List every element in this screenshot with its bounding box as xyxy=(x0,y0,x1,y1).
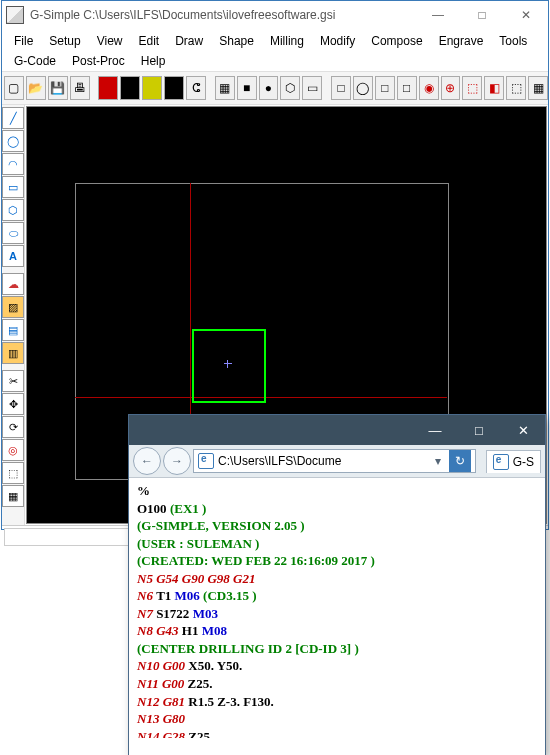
tb-h-icon[interactable]: ◧ xyxy=(484,76,504,100)
gcode-line: N10 G00 X50. Y50. xyxy=(137,657,537,675)
gcode-token: N14 xyxy=(137,729,163,738)
st-hatch1-icon[interactable]: ▨ xyxy=(2,296,24,318)
st-target-icon[interactable]: ◎ xyxy=(2,439,24,461)
st-hex-icon[interactable]: ⬡ xyxy=(2,199,24,221)
tb-new-icon[interactable]: ▢ xyxy=(4,76,24,100)
st-grid-icon[interactable]: ▦ xyxy=(2,485,24,507)
st-scissors-icon[interactable]: ✂ xyxy=(2,370,24,392)
ie-titlebar: — □ ✕ xyxy=(129,415,545,445)
gcode-token: (CD3.15 ) xyxy=(203,588,256,603)
nav-back-button[interactable]: ← xyxy=(133,447,161,475)
gcode-token: H1 xyxy=(182,623,202,638)
refresh-button[interactable]: ↻ xyxy=(449,450,471,472)
tb-black1-icon[interactable] xyxy=(120,76,140,100)
st-hatch3-icon[interactable]: ▥ xyxy=(2,342,24,364)
st-rotate-icon[interactable]: ⟳ xyxy=(2,416,24,438)
menu-milling[interactable]: Milling xyxy=(262,31,312,51)
tb-c-icon[interactable]: □ xyxy=(375,76,395,100)
st-move-icon[interactable]: ✥ xyxy=(2,393,24,415)
tb-a-icon[interactable]: □ xyxy=(331,76,351,100)
tb-open-icon[interactable]: 📂 xyxy=(26,76,46,100)
st-line-icon[interactable]: ╱ xyxy=(2,107,24,129)
menu-postproc[interactable]: Post-Proc xyxy=(64,51,133,71)
tb-save-icon[interactable]: 💾 xyxy=(48,76,68,100)
menu-shape[interactable]: Shape xyxy=(211,31,262,51)
tb-e-icon[interactable]: ◉ xyxy=(419,76,439,100)
tb-square-icon[interactable]: ■ xyxy=(237,76,257,100)
gcode-token: N8 xyxy=(137,623,156,638)
menu-draw[interactable]: Draw xyxy=(167,31,211,51)
ie-addressbar-row: ← → C:\Users\ILFS\Docume ▾ ↻ G-S xyxy=(129,445,545,478)
ie-maximize-button[interactable]: □ xyxy=(457,415,501,445)
address-box[interactable]: C:\Users\ILFS\Docume ▾ ↻ xyxy=(193,449,476,473)
tb-circle-icon[interactable]: ● xyxy=(259,76,279,100)
gcode-content[interactable]: %O100 (EX1 )(G-SIMPLE, VERSION 2.05 )(US… xyxy=(129,478,545,738)
st-text-icon[interactable]: A xyxy=(2,245,24,267)
gcode-token: G28 xyxy=(163,729,189,738)
st-ellipse-icon[interactable]: ⬭ xyxy=(2,222,24,244)
ie-tab-label: G-S xyxy=(513,455,534,469)
address-text: C:\Users\ILFS\Docume xyxy=(218,454,427,468)
tb-i-icon[interactable]: ⬚ xyxy=(506,76,526,100)
tb-yellow-icon[interactable] xyxy=(142,76,162,100)
menu-engrave[interactable]: Engrave xyxy=(431,31,492,51)
st-arc-icon[interactable]: ◠ xyxy=(2,153,24,175)
ie-tab[interactable]: G-S xyxy=(486,450,541,473)
gcode-token: (EX1 ) xyxy=(170,501,206,516)
maximize-button[interactable]: □ xyxy=(460,1,504,29)
tb-grid-icon[interactable]: ▦ xyxy=(215,76,235,100)
menu-compose[interactable]: Compose xyxy=(363,31,430,51)
gcode-token: N13 xyxy=(137,711,163,726)
tb-tool-icon[interactable]: ⵛ xyxy=(186,76,206,100)
nav-forward-button[interactable]: → xyxy=(163,447,191,475)
tb-rect-icon[interactable]: ▭ xyxy=(302,76,322,100)
tb-black2-icon[interactable] xyxy=(164,76,184,100)
menu-help[interactable]: Help xyxy=(133,51,174,71)
gcode-token: X50. Y50. xyxy=(188,658,242,673)
gcode-line: (G-SIMPLE, VERSION 2.05 ) xyxy=(137,517,537,535)
gcode-line: (CREATED: WED FEB 22 16:16:09 2017 ) xyxy=(137,552,537,570)
menu-file[interactable]: File xyxy=(6,31,41,51)
gcode-token: G80 xyxy=(163,711,185,726)
tb-j-icon[interactable]: ▦ xyxy=(528,76,548,100)
address-dropdown-icon[interactable]: ▾ xyxy=(431,454,445,468)
gcode-token: N7 xyxy=(137,606,156,621)
gcode-token: R1.5 Z-3. F130. xyxy=(188,694,274,709)
gcode-token: O100 xyxy=(137,501,170,516)
st-cloud-icon[interactable]: ☁ xyxy=(2,273,24,295)
menu-gcode[interactable]: G-Code xyxy=(6,51,64,71)
st-circle-icon[interactable]: ◯ xyxy=(2,130,24,152)
gcode-token: T1 xyxy=(156,588,174,603)
gcode-token: M06 xyxy=(175,588,204,603)
gcode-token: Z25. xyxy=(188,676,213,691)
app-icon xyxy=(6,6,24,24)
window-controls: — □ ✕ xyxy=(416,1,548,29)
menu-setup[interactable]: Setup xyxy=(41,31,88,51)
side-toolbar: ╱ ◯ ◠ ▭ ⬡ ⬭ A ☁ ▨ ▤ ▥ ✂ ✥ ⟳ ◎ ⬚ ▦ xyxy=(2,105,25,525)
gcode-line: N5 G54 G90 G98 G21 xyxy=(137,570,537,588)
st-layers-icon[interactable]: ⬚ xyxy=(2,462,24,484)
minimize-button[interactable]: — xyxy=(416,1,460,29)
close-button[interactable]: ✕ xyxy=(504,1,548,29)
tb-red-icon[interactable] xyxy=(98,76,118,100)
tb-d-icon[interactable]: □ xyxy=(397,76,417,100)
tb-f-icon[interactable]: ⊕ xyxy=(441,76,461,100)
st-rect-icon[interactable]: ▭ xyxy=(2,176,24,198)
tb-print-icon[interactable]: 🖶 xyxy=(70,76,90,100)
tb-b-icon[interactable]: ◯ xyxy=(353,76,373,100)
ie-page-icon xyxy=(198,453,214,469)
gcode-token: G00 xyxy=(162,676,188,691)
menu-tools[interactable]: Tools xyxy=(491,31,535,51)
tb-hex-icon[interactable]: ⬡ xyxy=(280,76,300,100)
ie-window: — □ ✕ ← → C:\Users\ILFS\Docume ▾ ↻ G-S %… xyxy=(128,414,546,755)
gcode-line: % xyxy=(137,482,537,500)
menu-edit[interactable]: Edit xyxy=(131,31,168,51)
tb-g-icon[interactable]: ⬚ xyxy=(462,76,482,100)
ie-tab-icon xyxy=(493,454,509,470)
menu-modify[interactable]: Modify xyxy=(312,31,363,51)
ie-close-button[interactable]: ✕ xyxy=(501,415,545,445)
gcode-token: G43 xyxy=(156,623,182,638)
menu-view[interactable]: View xyxy=(89,31,131,51)
ie-minimize-button[interactable]: — xyxy=(413,415,457,445)
st-hatch2-icon[interactable]: ▤ xyxy=(2,319,24,341)
